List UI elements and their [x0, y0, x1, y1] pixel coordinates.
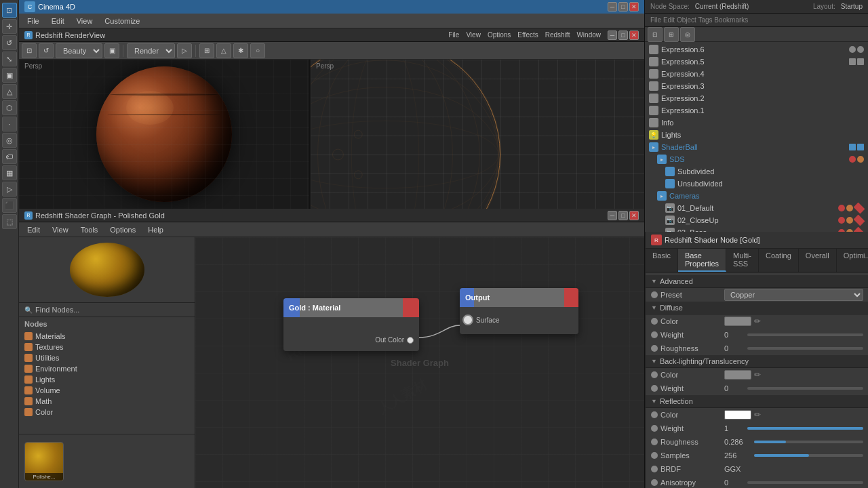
icon-rotate[interactable]: ↺ [2, 35, 17, 50]
tree-expression1[interactable]: Expression.1 [646, 104, 867, 117]
refl-weight-slider[interactable] [747, 427, 863, 430]
tb-wire[interactable]: △ [216, 43, 231, 58]
gold-material-node[interactable]: Gold : Material Out Color [283, 298, 419, 351]
render-dropdown[interactable]: Render [127, 43, 175, 58]
shader-minimize[interactable]: ─ [608, 211, 617, 220]
tree-expression4[interactable]: Expression.4 [646, 68, 867, 80]
tree-unsubdivided[interactable]: Unsubdivided [646, 178, 867, 190]
tree-shaderball[interactable]: ▸ ShaderBall [646, 141, 867, 153]
tb-refresh[interactable]: ↺ [39, 43, 54, 58]
render-menu-view[interactable]: View [466, 31, 481, 39]
tree-lights[interactable]: 💡 Lights [646, 129, 867, 141]
icon-render2[interactable]: ⬛ [2, 198, 17, 213]
shader-menu-view[interactable]: View [47, 224, 74, 235]
menu-view[interactable]: View [71, 16, 98, 26]
icon-scale[interactable]: ⤡ [2, 52, 17, 66]
tb-perspective[interactable]: ⊡ [22, 43, 37, 58]
output-node[interactable]: Output Surface [460, 288, 578, 334]
refl-color-swatch[interactable] [724, 410, 751, 420]
tree-cam-base[interactable]: 📷 03_Base [646, 226, 867, 232]
shader-menu-tools[interactable]: Tools [75, 224, 104, 235]
icon-edge[interactable]: ⬡ [2, 100, 17, 115]
render-close[interactable]: ✕ [629, 30, 639, 40]
icon-layer[interactable]: ▦ [2, 165, 17, 180]
tab-multi-sss[interactable]: Multi-SSS [726, 249, 759, 272]
tree-cameras[interactable]: ▸ Cameras [646, 190, 867, 202]
icon-select[interactable]: ▣ [2, 68, 17, 83]
tab-optimi[interactable]: Optimi... [837, 249, 868, 272]
menu-edit[interactable]: Edit [46, 16, 70, 26]
refl-color-edit[interactable]: ✏ [754, 410, 761, 420]
render-menu-window[interactable]: Window [576, 31, 601, 39]
tb-grid[interactable]: ⊞ [199, 43, 214, 58]
maximize-button[interactable]: □ [618, 2, 628, 12]
icon-move[interactable]: ✛ [2, 19, 17, 34]
render-menu-options[interactable]: Options [488, 31, 511, 39]
tab-overall[interactable]: Overall [799, 249, 837, 272]
render-viewport[interactable]: Persp [19, 60, 311, 209]
icon-tag[interactable]: 🏷 [2, 149, 17, 164]
shader-menu-options[interactable]: Options [104, 224, 141, 235]
tree-expression5[interactable]: Expression.5 [646, 56, 867, 68]
advanced-header[interactable]: ▼ Advanced [646, 275, 868, 288]
minimize-button[interactable]: ─ [608, 2, 617, 12]
close-button[interactable]: ✕ [629, 2, 639, 12]
diffuse-color-edit[interactable]: ✏ [754, 317, 761, 326]
reflection-header[interactable]: ▼ Reflection [646, 395, 868, 408]
bl-weight-slider[interactable] [747, 387, 863, 390]
menu-customize[interactable]: Customize [99, 16, 145, 26]
node-utilities[interactable]: Utilities [19, 352, 195, 363]
wire-viewport[interactable]: Persp [311, 60, 644, 209]
tree-cam-closeup[interactable]: 📷 02_CloseUp [646, 214, 867, 226]
tree-expression3[interactable]: Expression.3 [646, 80, 867, 92]
scene-tb-3[interactable]: ◎ [680, 27, 695, 42]
anisotropy-slider[interactable] [747, 481, 863, 484]
shader-maximize[interactable]: □ [618, 211, 628, 220]
tb-region[interactable]: ▣ [104, 43, 119, 58]
tree-cam-default[interactable]: 📷 01_Default [646, 202, 867, 214]
icon-camera[interactable]: ⊡ [2, 3, 17, 18]
tab-basic[interactable]: Basic [646, 249, 678, 272]
node-lights[interactable]: Lights [19, 374, 195, 385]
bl-color-edit[interactable]: ✏ [754, 370, 761, 380]
menu-file[interactable]: File [22, 16, 45, 26]
diffuse-weight-slider[interactable] [747, 333, 863, 336]
icon-poly[interactable]: △ [2, 84, 17, 99]
refl-roughness-slider[interactable] [754, 441, 863, 443]
bl-color-swatch[interactable] [724, 370, 751, 380]
render-maximize[interactable]: □ [618, 30, 628, 40]
preset-dropdown[interactable]: Copper Gold Silver [724, 289, 863, 301]
scene-tb-1[interactable]: ⊡ [648, 27, 663, 42]
tab-coating[interactable]: Coating [759, 249, 799, 272]
scene-tb-2[interactable]: ⊞ [664, 27, 679, 42]
render-menu-file[interactable]: File [448, 31, 459, 39]
tb-circle[interactable]: ○ [250, 43, 265, 58]
tree-sds[interactable]: ▸ SDS [646, 153, 867, 165]
diffuse-color-swatch[interactable] [724, 317, 751, 326]
preview-gold[interactable]: Polishe... [24, 442, 64, 481]
icon-anim[interactable]: ▷ [2, 182, 17, 197]
node-color[interactable]: Color [19, 407, 195, 418]
node-materials[interactable]: Materials [19, 331, 195, 342]
backlighting-header[interactable]: ▼ Back-lighting/Translucency [646, 355, 868, 368]
tab-base-properties[interactable]: Base Properties [678, 249, 726, 272]
render-minimize[interactable]: ─ [608, 30, 617, 40]
node-math[interactable]: Math [19, 396, 195, 407]
render-menu-redshift[interactable]: Redshift [545, 31, 570, 39]
diffuse-roughness-slider[interactable] [747, 347, 863, 350]
node-textures[interactable]: Textures [19, 342, 195, 352]
diffuse-header[interactable]: ▼ Diffuse [646, 302, 868, 314]
icon-material[interactable]: ◎ [2, 133, 17, 148]
shader-close[interactable]: ✕ [629, 211, 639, 220]
tree-subdivided[interactable]: Subdivided [646, 165, 867, 178]
node-volume[interactable]: Volume [19, 385, 195, 396]
icon-object[interactable]: ⬚ [2, 214, 17, 229]
shader-menu-help[interactable]: Help [142, 224, 169, 235]
tb-tag2[interactable]: ✱ [233, 43, 248, 58]
beauty-dropdown[interactable]: Beauty [56, 43, 102, 58]
icon-point[interactable]: · [2, 117, 17, 131]
node-environment[interactable]: Environment [19, 363, 195, 374]
shader-menu-edit[interactable]: Edit [22, 224, 45, 235]
tree-expression2[interactable]: Expression.2 [646, 92, 867, 104]
tree-expression6[interactable]: Expression.6 [646, 43, 867, 56]
